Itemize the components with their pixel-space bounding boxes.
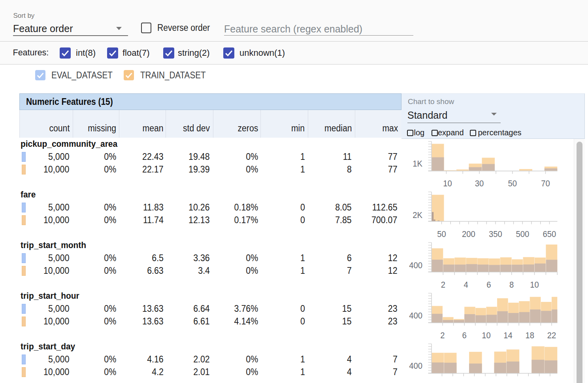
svg-text:400: 400	[409, 260, 422, 270]
svg-text:650: 650	[543, 229, 556, 239]
svg-text:30: 30	[475, 178, 484, 188]
svg-text:70: 70	[541, 178, 550, 188]
svg-text:14: 14	[503, 330, 513, 340]
svg-text:50: 50	[508, 178, 517, 188]
svg-text:200: 200	[462, 229, 475, 239]
svg-text:1K: 1K	[413, 159, 422, 168]
svg-text:400: 400	[409, 311, 422, 320]
svg-text:50: 50	[437, 229, 446, 239]
svg-text:10: 10	[443, 178, 452, 188]
svg-text:10: 10	[530, 280, 539, 289]
svg-text:500: 500	[516, 229, 529, 239]
svg-text:18: 18	[526, 330, 535, 340]
svg-text:4: 4	[464, 280, 468, 289]
svg-text:2: 2	[440, 330, 445, 340]
svg-text:350: 350	[489, 229, 502, 239]
svg-text:8: 8	[509, 280, 514, 289]
svg-text:6: 6	[462, 330, 467, 340]
svg-text:2K: 2K	[413, 210, 422, 220]
svg-text:6: 6	[486, 280, 491, 289]
svg-text:22: 22	[547, 330, 556, 340]
svg-text:400: 400	[409, 361, 422, 371]
svg-text:2: 2	[441, 280, 445, 289]
svg-text:10: 10	[482, 330, 491, 340]
